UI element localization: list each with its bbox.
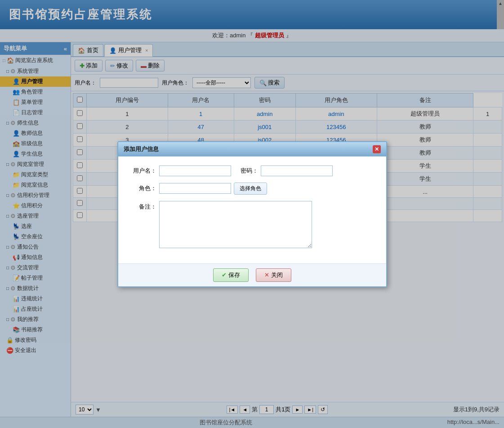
dialog-row-1: 用户名： 密码： [132, 165, 373, 176]
dialog-role-input[interactable] [159, 183, 231, 194]
dialog-password-input[interactable] [261, 165, 333, 176]
dialog-close-button[interactable]: ✕ 关闭 [256, 268, 291, 282]
dialog-overlay: 添加用户信息 ✕ 用户名： 密码： 角色： 选择角色 [0, 0, 504, 428]
dialog-body: 用户名： 密码： 角色： 选择角色 备注： [118, 156, 386, 263]
dialog-title-bar: 添加用户信息 ✕ [118, 142, 386, 156]
dialog-note-label: 备注： [132, 201, 156, 211]
dialog-row-2: 角色： 选择角色 [132, 183, 373, 195]
dialog-username-label: 用户名： [132, 167, 156, 175]
dialog-save-button[interactable]: ✔ 保存 [213, 268, 249, 282]
dialog-password-label: 密码： [240, 167, 258, 175]
save-icon: ✔ [222, 272, 227, 278]
dialog-title-text: 添加用户信息 [124, 145, 159, 153]
select-role-button[interactable]: 选择角色 [234, 183, 267, 195]
add-user-dialog: 添加用户信息 ✕ 用户名： 密码： 角色： 选择角色 [117, 141, 387, 287]
close-btn-label: 关闭 [271, 271, 283, 279]
dialog-password-group: 密码： [240, 165, 333, 176]
dialog-username-group: 用户名： [132, 165, 231, 176]
dialog-username-input[interactable] [159, 165, 231, 176]
save-btn-label: 保存 [228, 271, 240, 279]
dialog-title-close-button[interactable]: ✕ [373, 145, 381, 153]
dialog-row-3: 备注： [132, 201, 373, 248]
dialog-note-textarea[interactable] [159, 201, 312, 248]
dialog-footer: ✔ 保存 ✕ 关闭 [118, 263, 386, 286]
dialog-role-label: 角色： [132, 184, 156, 192]
close-icon: ✕ [264, 272, 269, 278]
